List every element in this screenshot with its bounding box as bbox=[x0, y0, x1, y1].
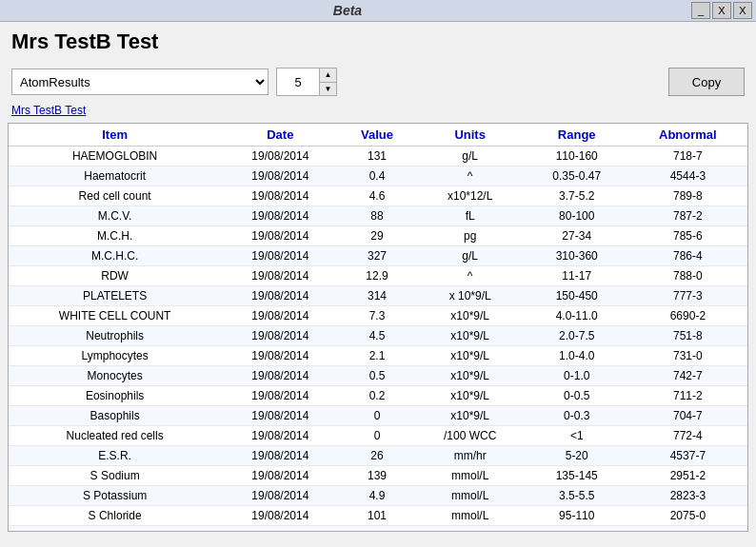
table-row[interactable]: Neutrophils19/08/20144.5x10*9/L2.0-7.575… bbox=[9, 326, 747, 346]
table-cell: Nucleated red cells bbox=[9, 426, 221, 446]
table-cell: 19/08/2014 bbox=[221, 306, 339, 326]
table-cell: 150-450 bbox=[526, 286, 628, 306]
toolbar: AtomResults ▲ ▼ Copy bbox=[0, 62, 756, 102]
column-header-abnormal[interactable]: Abnormal bbox=[628, 124, 747, 147]
table-cell: Lymphocytes bbox=[9, 346, 221, 366]
table-cell: 139 bbox=[339, 466, 414, 486]
atom-results-dropdown[interactable]: AtomResults bbox=[11, 68, 269, 95]
table-cell: 26 bbox=[339, 526, 414, 533]
table-cell: x10*9/L bbox=[415, 366, 526, 386]
table-cell: 718-7 bbox=[628, 147, 747, 166]
table-cell: 0.35-0.47 bbox=[526, 166, 628, 186]
table-row[interactable]: Lymphocytes19/08/20142.1x10*9/L1.0-4.073… bbox=[9, 346, 747, 366]
table-cell: 11-17 bbox=[526, 266, 628, 286]
table-row[interactable]: Basophils19/08/20140x10*9/L0-0.3704-7 bbox=[9, 406, 747, 426]
table-cell: 704-7 bbox=[628, 406, 747, 426]
table-row[interactable]: PLATELETS19/08/2014314x 10*9/L150-450777… bbox=[9, 286, 747, 306]
column-header-units[interactable]: Units bbox=[415, 124, 526, 147]
table-cell: 742-7 bbox=[628, 366, 747, 386]
table-cell: 19/08/2014 bbox=[221, 286, 339, 306]
table-row[interactable]: HAEMOGLOBIN19/08/2014131g/L110-160718-7 bbox=[9, 147, 747, 166]
table-cell: 19/08/2014 bbox=[221, 486, 339, 506]
table-row[interactable]: E.S.R.19/08/201426mm/hr5-204537-7 bbox=[9, 446, 747, 466]
table-cell: 2823-3 bbox=[628, 486, 747, 506]
table-cell: mm/hr bbox=[415, 446, 526, 466]
table-cell: 19/08/2014 bbox=[221, 446, 339, 466]
table-cell: Haematocrit bbox=[9, 166, 221, 186]
maximize-button[interactable]: X bbox=[712, 2, 731, 19]
table-cell: RDW bbox=[9, 266, 221, 286]
table-cell: <1 bbox=[526, 426, 628, 446]
table-row[interactable]: M.C.H.19/08/201429pg27-34785-6 bbox=[9, 226, 747, 246]
column-header-value[interactable]: Value bbox=[339, 124, 414, 147]
table-cell: 711-2 bbox=[628, 386, 747, 406]
table-cell: g/L bbox=[415, 147, 526, 166]
table-row[interactable]: WHITE CELL COUNT19/08/20147.3x10*9/L4.0-… bbox=[9, 306, 747, 326]
table-cell: E.S.R. bbox=[9, 446, 221, 466]
table-cell: 7.3 bbox=[339, 306, 414, 326]
table-cell: 772-4 bbox=[628, 426, 747, 446]
table-cell: 95-110 bbox=[526, 506, 628, 526]
table-cell: 80-100 bbox=[526, 206, 628, 226]
table-cell: pg bbox=[415, 226, 526, 246]
results-table: ItemDateValueUnitsRangeAbnormal HAEMOGLO… bbox=[9, 124, 747, 532]
table-cell: 2.1 bbox=[339, 346, 414, 366]
table-cell: ^ bbox=[415, 266, 526, 286]
table-cell: fL bbox=[415, 206, 526, 226]
table-row[interactable]: S Sodium19/08/2014139mmol/L135-1452951-2 bbox=[9, 466, 747, 486]
table-cell: 12.9 bbox=[339, 266, 414, 286]
spin-up-button[interactable]: ▲ bbox=[320, 68, 336, 83]
table-cell: M.C.H.C. bbox=[9, 246, 221, 266]
table-cell: 731-0 bbox=[628, 346, 747, 366]
table-cell: WHITE CELL COUNT bbox=[9, 306, 221, 326]
table-row[interactable]: Haematocrit19/08/20140.4^0.35-0.474544-3 bbox=[9, 166, 747, 186]
table-cell: M.C.V. bbox=[9, 206, 221, 226]
table-cell: ^ bbox=[415, 166, 526, 186]
title-bar: Beta _ X X bbox=[0, 0, 756, 22]
table-row[interactable]: S Chloride19/08/2014101mmol/L95-1102075-… bbox=[9, 506, 747, 526]
table-cell: /100 WCC bbox=[415, 426, 526, 446]
table-cell: 19/08/2014 bbox=[221, 166, 339, 186]
table-cell: S Sodium bbox=[9, 466, 221, 486]
spin-down-button[interactable]: ▼ bbox=[320, 83, 336, 96]
table-cell: 19/08/2014 bbox=[221, 266, 339, 286]
table-row[interactable]: Monocytes19/08/20140.5x10*9/L0-1.0742-7 bbox=[9, 366, 747, 386]
table-cell: 2951-2 bbox=[628, 466, 747, 486]
table-cell: 3.5-5.5 bbox=[526, 486, 628, 506]
column-header-date[interactable]: Date bbox=[221, 124, 339, 147]
table-cell: 19/08/2014 bbox=[221, 246, 339, 266]
column-header-range[interactable]: Range bbox=[526, 124, 628, 147]
table-row[interactable]: S Bicarbonate19/08/201426mmol/L20-322028… bbox=[9, 526, 747, 533]
table-cell: 4.5 bbox=[339, 326, 414, 346]
table-cell: x10*9/L bbox=[415, 386, 526, 406]
table-row[interactable]: M.C.H.C.19/08/2014327g/L310-360786-4 bbox=[9, 246, 747, 266]
close-button[interactable]: X bbox=[733, 2, 752, 19]
table-cell: Neutrophils bbox=[9, 326, 221, 346]
table-row[interactable]: Nucleated red cells19/08/20140/100 WCC<1… bbox=[9, 426, 747, 446]
table-cell: 4.0-11.0 bbox=[526, 306, 628, 326]
table-row[interactable]: RDW19/08/201412.9^11-17788-0 bbox=[9, 266, 747, 286]
column-header-item[interactable]: Item bbox=[9, 124, 221, 147]
table-cell: 4537-7 bbox=[628, 446, 747, 466]
table-cell: x10*9/L bbox=[415, 346, 526, 366]
table-cell: Monocytes bbox=[9, 366, 221, 386]
table-row[interactable]: M.C.V.19/08/201488fL80-100787-2 bbox=[9, 206, 747, 226]
count-input[interactable] bbox=[277, 69, 319, 94]
table-row[interactable]: Red cell count19/08/20144.6x10*12/L3.7-5… bbox=[9, 186, 747, 206]
patient-label[interactable]: Mrs TestB Test bbox=[0, 102, 756, 123]
table-cell: 785-6 bbox=[628, 226, 747, 246]
table-row[interactable]: S Potassium19/08/20144.9mmol/L3.5-5.5282… bbox=[9, 486, 747, 506]
copy-button[interactable]: Copy bbox=[668, 68, 745, 96]
table-cell: 5-20 bbox=[526, 446, 628, 466]
table-cell: 19/08/2014 bbox=[221, 346, 339, 366]
table-cell: 29 bbox=[339, 226, 414, 246]
table-cell: 4.6 bbox=[339, 186, 414, 206]
table-cell: x10*9/L bbox=[415, 406, 526, 426]
table-cell: 27-34 bbox=[526, 226, 628, 246]
table-row[interactable]: Eosinophils19/08/20140.2x10*9/L0-0.5711-… bbox=[9, 386, 747, 406]
table-cell: 20-32 bbox=[526, 526, 628, 533]
table-cell: 19/08/2014 bbox=[221, 466, 339, 486]
minimize-button[interactable]: _ bbox=[691, 2, 710, 19]
table-cell: Basophils bbox=[9, 406, 221, 426]
table-cell: 787-2 bbox=[628, 206, 747, 226]
